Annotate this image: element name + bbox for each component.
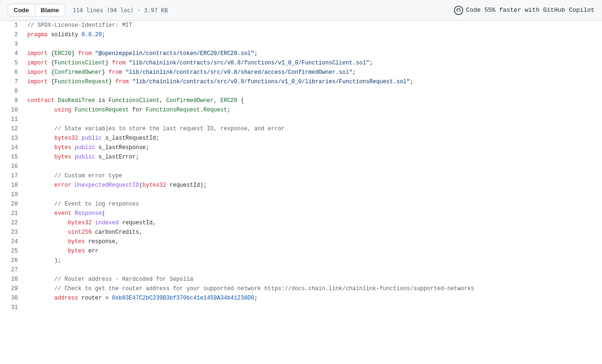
table-row: 6import {ConfirmedOwner} from "lib/chain… [0,68,602,77]
table-row: 11 [0,115,602,124]
table-row: 25 bytes err [0,246,602,256]
line-code: bytes public s_lastResponse; [24,143,602,152]
line-number: 12 [0,124,24,134]
line-code: bytes32 public s_lastRequestId; [24,134,602,143]
table-row: 30 address router = 0xb83E47C2bC239B3bf3… [0,293,602,303]
line-number: 2 [0,30,24,40]
line-number: 27 [0,265,24,275]
line-code: uint256 carbonCredits, [24,228,602,237]
line-code [24,265,602,275]
line-code [24,115,602,124]
line-code [24,40,602,49]
line-code: event Response( [24,209,602,218]
line-code: // Event to log responses [24,199,602,209]
table-row: 26 ); [0,256,602,265]
table-row: 21 event Response( [0,209,602,218]
line-code [24,303,602,312]
line-code: error UnexpectedRequestID(bytes32 reques… [24,181,602,190]
line-number: 15 [0,152,24,162]
table-row: 17 // Custom error type [0,171,602,181]
line-code [24,162,602,171]
line-code: bytes err [24,246,602,256]
table-row: 13 bytes32 public s_lastRequestId; [0,134,602,143]
table-row: 28 // Router address - Hardcoded for Sep… [0,275,602,284]
line-number: 21 [0,209,24,218]
table-row: 2pragma solidity 0.8.20; [0,30,602,40]
line-code: // State variables to store the last req… [24,124,602,134]
table-row: 12 // State variables to store the last … [0,124,602,134]
line-code: import {ERC20} from "@openzeppelin/contr… [24,49,602,58]
line-number: 6 [0,68,24,77]
line-code: using FunctionsRequest for FunctionsRequ… [24,105,602,115]
table-row: 9contract DaoKediTree is FunctionsClient… [0,96,602,105]
code-container: 1// SPDX-License-Identifier: MIT2pragma … [0,21,602,312]
line-code: // Router address - Hardcoded for Sepoli… [24,275,602,284]
table-row: 19 [0,190,602,199]
toolbar: Code Blame 114 lines (94 loc) · 3.97 KB … [0,0,602,21]
table-row: 8 [0,87,602,96]
line-code: import {FunctionsClient} from "lib/chain… [24,58,602,68]
line-number: 29 [0,284,24,293]
line-number: 17 [0,171,24,181]
table-row: 20 // Event to log responses [0,199,602,209]
table-row: 27 [0,265,602,275]
table-row: 4import {ERC20} from "@openzeppelin/cont… [0,49,602,58]
line-code: contract DaoKediTree is FunctionsClient,… [24,96,602,105]
line-number: 16 [0,162,24,171]
line-number: 20 [0,199,24,209]
line-number: 14 [0,143,24,152]
line-code: // SPDX-License-Identifier: MIT [24,21,602,30]
line-code: bytes32 indexed requestId, [24,218,602,228]
line-number: 22 [0,218,24,228]
table-row: 1// SPDX-License-Identifier: MIT [0,21,602,30]
line-number: 25 [0,246,24,256]
line-code [24,190,602,199]
table-row: 14 bytes public s_lastResponse; [0,143,602,152]
line-number: 11 [0,115,24,124]
line-number: 7 [0,77,24,87]
line-number: 1 [0,21,24,30]
blame-tab[interactable]: Blame [35,4,65,16]
line-code: ); [24,256,602,265]
file-info: 114 lines (94 loc) · 3.97 KB [73,7,168,14]
table-row: 7import {FunctionsRequest} from "lib/cha… [0,77,602,87]
line-code: import {FunctionsRequest} from "lib/chai… [24,77,602,87]
line-number: 19 [0,190,24,199]
code-tab[interactable]: Code [8,4,35,16]
line-number: 4 [0,49,24,58]
line-code: // Check to get the router address for y… [24,284,602,293]
copilot-icon [454,6,463,15]
line-code: pragma solidity 0.8.20; [24,30,602,40]
line-code: bytes public s_lastError; [24,152,602,162]
svg-point-0 [454,6,463,15]
line-number: 30 [0,293,24,303]
table-row: 29 // Check to get the router address fo… [0,284,602,293]
line-number: 18 [0,181,24,190]
table-row: 5import {FunctionsClient} from "lib/chai… [0,58,602,68]
table-row: 16 [0,162,602,171]
line-number: 13 [0,134,24,143]
copilot-text: Code 55% faster with GitHub Copilot [466,7,594,14]
line-code: import {ConfirmedOwner} from "lib/chainl… [24,68,602,77]
line-number: 9 [0,96,24,105]
table-row: 22 bytes32 indexed requestId, [0,218,602,228]
line-number: 3 [0,40,24,49]
table-row: 3 [0,40,602,49]
table-row: 15 bytes public s_lastError; [0,152,602,162]
code-table: 1// SPDX-License-Identifier: MIT2pragma … [0,21,602,312]
line-number: 24 [0,237,24,246]
line-number: 26 [0,256,24,265]
table-row: 24 bytes response, [0,237,602,246]
table-row: 23 uint256 carbonCredits, [0,228,602,237]
line-number: 10 [0,105,24,115]
table-row: 18 error UnexpectedRequestID(bytes32 req… [0,181,602,190]
line-code: // Custom error type [24,171,602,181]
svg-point-2 [459,11,460,12]
table-row: 10 using FunctionsRequest for FunctionsR… [0,105,602,115]
line-code: bytes response, [24,237,602,246]
line-number: 28 [0,275,24,284]
line-number: 5 [0,58,24,68]
copilot-banner[interactable]: Code 55% faster with GitHub Copilot [454,6,594,15]
line-number: 31 [0,303,24,312]
line-code: address router = 0xb83E47C2bC239B3bf370b… [24,293,602,303]
